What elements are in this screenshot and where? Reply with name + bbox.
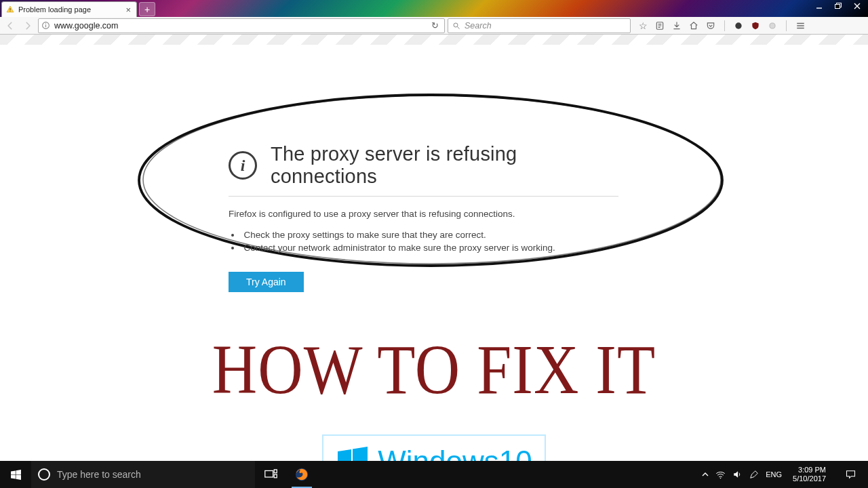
svg-rect-6: [45, 23, 46, 24]
info-icon: i: [229, 151, 257, 180]
tray-clock[interactable]: 3:09 PM 5/10/2017: [789, 466, 830, 483]
browser-search-box[interactable]: Search: [448, 18, 631, 33]
try-again-button[interactable]: Try Again: [229, 272, 304, 292]
url-bar[interactable]: www.google.com ↻: [38, 18, 445, 33]
cortana-icon: [38, 468, 50, 481]
svg-marker-13: [338, 449, 351, 461]
separator: [786, 20, 787, 31]
tab-strip: Problem loading page × +: [0, 0, 868, 17]
error-bullet: Contact your network administrator to ma…: [230, 243, 618, 253]
overlay-caption: HOW TO FIX IT: [0, 329, 868, 410]
start-button[interactable]: [0, 461, 31, 488]
downloads-icon[interactable]: [671, 20, 682, 31]
svg-marker-20: [16, 474, 20, 479]
active-tab[interactable]: Problem loading page ×: [1, 1, 137, 17]
svg-marker-19: [11, 474, 16, 479]
toolbar-actions: ☆: [637, 20, 806, 31]
toolbar: www.google.com ↻ Search ☆: [0, 17, 868, 35]
svg-point-10: [770, 22, 775, 28]
taskbar: Type here to search ENG 3:09 PM 5/10/201…: [0, 461, 868, 488]
taskbar-firefox[interactable]: [286, 461, 317, 488]
reload-button[interactable]: ↻: [429, 20, 441, 30]
url-text: www.google.com: [54, 21, 425, 30]
svg-rect-0: [10, 8, 11, 10]
tray-time: 3:09 PM: [793, 466, 826, 474]
taskbar-search[interactable]: Type here to search: [31, 461, 255, 488]
page-content: i The proxy server is refusing connectio…: [0, 45, 868, 461]
browser-chrome: Problem loading page × + www.go: [0, 0, 868, 35]
warning-icon: [6, 5, 14, 14]
svg-point-9: [735, 22, 741, 28]
hamburger-menu-icon[interactable]: [795, 20, 806, 31]
tab-close-icon[interactable]: ×: [124, 5, 132, 15]
error-title: The proxy server is refusing connections: [271, 143, 618, 188]
error-description: Firefox is configured to use a proxy ser…: [229, 209, 618, 219]
tray-chevron-icon[interactable]: [702, 471, 709, 478]
svg-rect-23: [274, 474, 277, 478]
addon-ublock-icon[interactable]: [750, 20, 761, 31]
home-icon[interactable]: [688, 20, 699, 31]
action-center-button[interactable]: [837, 461, 864, 488]
svg-marker-14: [353, 447, 368, 461]
pocket-icon[interactable]: [705, 20, 716, 31]
svg-rect-3: [835, 5, 840, 9]
search-icon: [452, 22, 460, 30]
minimize-button[interactable]: [810, 0, 829, 12]
tray-date: 5/10/2017: [793, 474, 826, 483]
tray-language[interactable]: ENG: [766, 470, 782, 479]
search-placeholder: Search: [465, 21, 626, 30]
system-tray: ENG 3:09 PM 5/10/2017: [702, 461, 868, 488]
separator: [724, 20, 725, 31]
back-button[interactable]: [3, 19, 18, 33]
window-controls: [810, 0, 867, 12]
tray-pen-icon[interactable]: [749, 470, 759, 479]
svg-rect-21: [264, 470, 273, 477]
tray-volume-icon[interactable]: [732, 470, 743, 479]
svg-marker-17: [11, 470, 16, 474]
tab-title: Problem loading page: [18, 5, 120, 14]
task-view-button[interactable]: [255, 461, 286, 488]
addon-light-icon[interactable]: [767, 20, 778, 31]
error-bullets: Check the proxy settings to make sure th…: [230, 230, 618, 253]
error-block: i The proxy server is refusing connectio…: [229, 143, 618, 292]
forward-button[interactable]: [20, 19, 35, 33]
taskbar-search-placeholder: Type here to search: [57, 469, 141, 480]
addon-dark-icon[interactable]: [733, 20, 744, 31]
hazard-stripe: [0, 35, 868, 45]
bookmark-star-icon[interactable]: ☆: [637, 20, 648, 31]
error-bullet: Check the proxy settings to make sure th…: [230, 230, 618, 240]
identity-icon[interactable]: [41, 21, 50, 30]
svg-rect-22: [274, 470, 277, 473]
tray-wifi-icon[interactable]: [715, 470, 726, 479]
svg-rect-1: [10, 11, 11, 12]
svg-marker-18: [16, 470, 20, 474]
svg-point-25: [720, 477, 722, 479]
reader-view-icon[interactable]: [654, 20, 665, 31]
svg-point-7: [454, 23, 458, 27]
new-tab-button[interactable]: +: [139, 2, 155, 16]
restore-button[interactable]: [829, 0, 848, 12]
svg-rect-5: [45, 24, 46, 27]
close-window-button[interactable]: [848, 0, 867, 12]
